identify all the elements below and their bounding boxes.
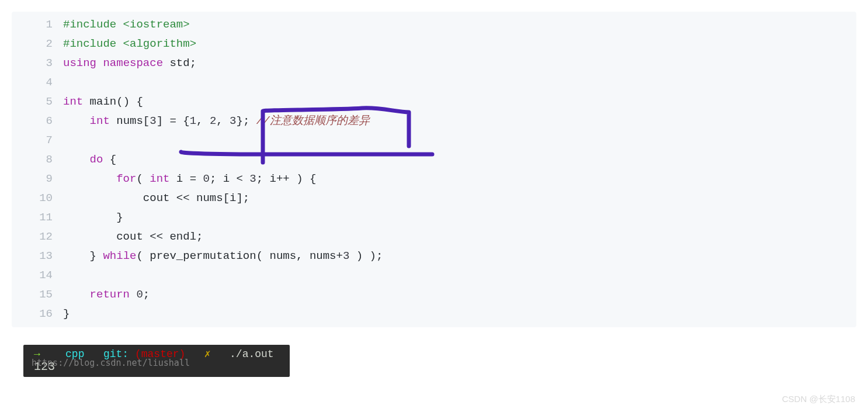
line-number: 9 <box>12 169 63 189</box>
code-text: } while( prev_permutation( nums, nums+3 … <box>63 247 383 266</box>
code-text: cout << endl; <box>63 227 203 247</box>
line-number: 13 <box>12 247 63 266</box>
line-number: 12 <box>12 227 63 247</box>
code-line: 15 return 0; <box>12 285 856 304</box>
code-line: 13 } while( prev_permutation( nums, nums… <box>12 247 856 266</box>
code-text: } <box>63 304 70 324</box>
line-number: 11 <box>12 208 63 227</box>
terminal-command: ./a.out <box>230 348 274 360</box>
terminal-output: → cpp git: (master) ✗ ./a.out https://bl… <box>23 345 290 377</box>
code-line: 10 cout << nums[i]; <box>12 189 856 208</box>
code-text: return 0; <box>63 285 150 304</box>
line-number: 16 <box>12 304 63 324</box>
code-line: 14 <box>12 266 856 285</box>
code-line: 16} <box>12 304 856 324</box>
code-text: for( int i = 0; i < 3; i++ ) { <box>63 169 316 189</box>
code-line: 12 cout << endl; <box>12 227 856 247</box>
code-line: 11 } <box>12 208 856 227</box>
line-number: 14 <box>12 266 63 285</box>
terminal-dirty-icon: ✗ <box>204 348 211 360</box>
code-text: } <box>63 208 123 227</box>
hand-annotation <box>12 12 537 164</box>
line-number: 15 <box>12 285 63 304</box>
line-number: 10 <box>12 189 63 208</box>
code-line: 9 for( int i = 0; i < 3; i++ ) { <box>12 169 856 189</box>
code-block: 1#include <iostream>2#include <algorithm… <box>12 12 856 327</box>
terminal-watermark: https://blog.csdn.net/liushall <box>32 358 190 368</box>
page-content: 1#include <iostream>2#include <algorithm… <box>0 0 868 384</box>
code-text: cout << nums[i]; <box>63 189 249 208</box>
